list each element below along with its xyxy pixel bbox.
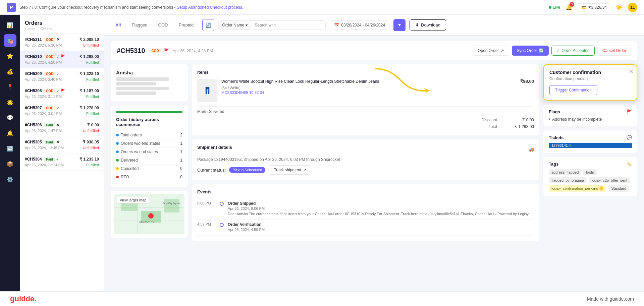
cancel-order-btn[interactable]: Cancel Order (597, 46, 631, 56)
banner-step: Step 7 / 8: Configure your checkout reco… (19, 5, 177, 10)
notification-badge: 3 (570, 2, 574, 7)
customer-address-blur-2 (116, 82, 156, 85)
ticket-status-dot (569, 144, 571, 146)
event-content: Order Verification Apr 26, 2024, 4:59 PM (228, 222, 534, 233)
wallet-btn[interactable]: 💳 ₹3,826.34 (578, 3, 610, 11)
customer-card: Anisha . (111, 64, 188, 102)
banner-link[interactable]: Setup Abandoned Checkout process. (177, 5, 243, 10)
item-price: ₹98.00 (520, 79, 534, 84)
order-item[interactable]: #CH5311 COD ✕ ₹ 2,088.10 Apr 26, 2024, 5… (20, 34, 104, 51)
customer-address-blur-1 (116, 77, 169, 81)
open-order-btn[interactable]: Open Order ↗ (473, 46, 509, 56)
order-status: Fulfilled (86, 77, 99, 81)
trigger-confirmation-btn[interactable]: Trigger Confirmation (549, 85, 597, 95)
total-label: Total (489, 124, 497, 129)
order-id: #CH5310 COD ✓ 🚩 (25, 54, 65, 59)
map-area: View larger map (114, 194, 184, 234)
user-avatar[interactable]: 11 (628, 3, 637, 12)
order-item[interactable]: #CH5308 COD ✓ 🚩 ₹ 1,187.00 Apr 26, 2024,… (20, 85, 104, 102)
sidebar-item-orders[interactable]: 🛍️ (4, 34, 16, 47)
event-title: Order Verification (228, 222, 534, 227)
track-shipment-btn[interactable]: Track shipment ↗ (269, 165, 311, 175)
map-card: View larger map (111, 191, 188, 238)
sidebar-item-inventory[interactable]: 📦 (4, 158, 16, 170)
settings-icon[interactable]: ☀️ (616, 4, 623, 10)
dot-icon (116, 150, 119, 153)
history-value: 2 (180, 133, 182, 137)
bullet-icon: • (549, 117, 550, 122)
right-panel: ✕ Customer confirmation Confirmation pen… (543, 64, 637, 241)
chat-icon: 💬 (627, 135, 632, 140)
order-status: Fulfilled (86, 163, 99, 167)
tickets-card: Tickets 💬 12793141 (543, 130, 637, 153)
flag-add-icon[interactable]: 🚩 (627, 109, 632, 114)
wallet-amount: ₹3,826.34 (588, 5, 607, 10)
refresh-btn[interactable]: 🔄 (202, 19, 214, 31)
sidebar-item-rewards[interactable]: ⭐ (4, 50, 16, 62)
app-logo: P (7, 3, 16, 12)
filter-btn[interactable]: ▼ (393, 19, 406, 31)
tag-add-icon[interactable]: 🏷️ (627, 162, 632, 167)
tag-item: Standard (608, 185, 629, 192)
order-date: Apr 26, 2024, 5:38 PM (25, 43, 62, 47)
search-input[interactable] (251, 21, 325, 29)
view-larger-map-btn[interactable]: View larger map (117, 197, 149, 203)
detail-order-id: #CH5310 (117, 47, 145, 55)
sidebar-item-reviews[interactable]: 🌟 (4, 96, 16, 109)
order-item[interactable]: #CH5304 Paid ✓ ₹ 1,233.10 Apr 26, 2024, … (20, 154, 104, 171)
date-picker[interactable]: 📅 03/28/2024 - 04/26/2024 (330, 20, 389, 30)
sidebar-item-analytics[interactable]: 📊 (4, 19, 16, 32)
status-pill: Pickup Scheduled (229, 167, 265, 173)
guidde-logo: guidde. (10, 295, 36, 303)
order-item[interactable]: #CH5307 COD ✓ ₹ 1,278.00 Apr 26, 2024, 3… (20, 102, 104, 119)
order-item[interactable]: #CH5305 Paid ✕ ₹ 930.05 Apr 26, 2024, 12… (20, 136, 104, 154)
orders-header: Orders Home → Orders (20, 15, 104, 34)
sidebar-item-returns[interactable]: ↩️ (4, 142, 16, 155)
sidebar-item-notifications[interactable]: 🔔 (4, 127, 16, 139)
notification-btn[interactable]: 🔔 3 (566, 4, 572, 10)
order-item[interactable]: #CH5309 COD ✓ ₹ 1,328.10 Apr 26, 2024, 3… (20, 68, 104, 85)
sidebar: 📊 🛍️ ⭐ 💰 📍 🌟 💬 🔔 ↩️ 📦 ⚙️ (0, 15, 20, 306)
discount-value: ₹ 0.00 (511, 118, 534, 122)
truck-icon: 🚚 (529, 147, 534, 152)
order-amount: ₹ 0.00 (87, 123, 99, 127)
order-item[interactable]: #CH5310 COD ✓ 🚩 ₹ 1,298.00 Apr 26, 2024,… (20, 51, 104, 68)
history-item: RTO 0 (116, 173, 182, 181)
content-area: All Flagged COD Prepaid 🔄 Order Name ▾ 📅… (104, 15, 644, 306)
event-content: Order Shipped Apr 26, 2024, 6:06 PM Dear… (228, 201, 534, 217)
sidebar-item-location[interactable]: 📍 (4, 80, 16, 93)
order-amount: ₹ 1,328.10 (79, 71, 99, 76)
order-accepted-btn[interactable]: ✓ Order Accepted (551, 46, 594, 56)
tab-prepaid[interactable]: Prepaid (174, 20, 199, 29)
order-date: Apr 26, 2024, 3:01 PM (25, 112, 62, 116)
order-id: #CH5305 Paid ✕ (25, 140, 59, 144)
order-date: Apr 26, 2024, 1:47 PM (25, 129, 62, 133)
ticket-badge: 12793141 (549, 143, 632, 148)
items-title: Items (197, 70, 534, 75)
sidebar-item-payments[interactable]: 💰 (4, 65, 16, 78)
close-popup-btn[interactable]: ✕ (629, 68, 633, 75)
search-dropdown-label: Order Name (222, 23, 244, 27)
sidebar-item-settings[interactable]: ⚙️ (4, 173, 16, 186)
order-item[interactable]: #CH5306 Paid ✕ ₹ 0.00 Apr 26, 2024, 1:47… (20, 119, 104, 136)
detail-actions: Open Order ↗ Sync Order 🔄 ✓ Order Accept… (473, 46, 631, 56)
total-value: ₹ 1,298.00 (511, 124, 534, 129)
item-row: 👖 Women's White Bootcut High Rise Clean … (197, 79, 534, 102)
total-row: Total ₹ 1,298.00 (197, 123, 534, 130)
tab-cod[interactable]: COD (154, 20, 173, 29)
sidebar-item-messages[interactable]: 💬 (4, 111, 16, 124)
history-value: 0 (180, 166, 182, 171)
flags-card: Flags 🚩 • Address may be incomplete (543, 105, 637, 126)
flags-header: Flags 🚩 (549, 109, 632, 114)
download-btn[interactable]: ⬇ Download (410, 19, 446, 30)
banner-right: Live 🔔 3 💳 ₹3,826.34 ☀️ 11 (549, 3, 637, 12)
tab-flagged[interactable]: Flagged (127, 20, 152, 29)
sync-order-btn[interactable]: Sync Order 🔄 (512, 46, 549, 56)
event-item: 4:59 PM Order Verification Apr 26, 2024,… (197, 220, 534, 236)
tags-list: address_flagged fastrr flagged_by_pragma… (549, 169, 632, 192)
search-dropdown[interactable]: Order Name ▾ (219, 21, 251, 29)
svg-rect-7 (164, 199, 179, 212)
order-date: Apr 26, 2024, 4:28 PM (25, 60, 62, 64)
tab-all[interactable]: All (111, 20, 126, 29)
order-history-card: Order history across ecommerce Total ord… (111, 106, 188, 187)
